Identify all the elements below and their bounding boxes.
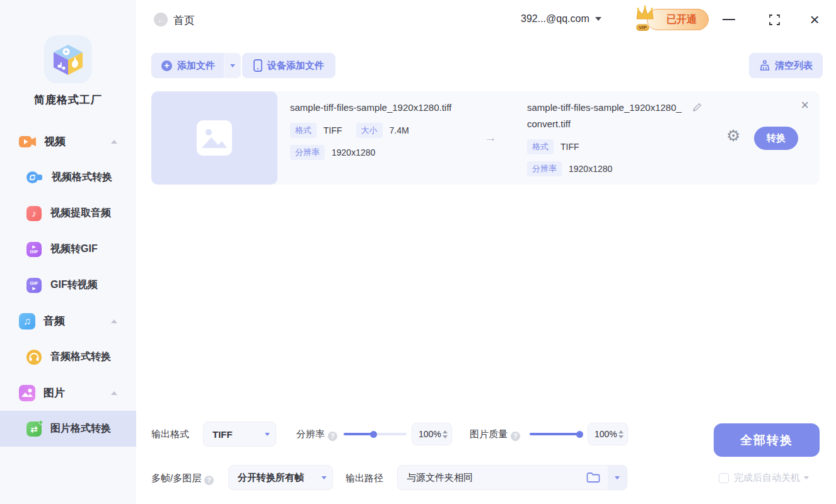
video-icon [19,135,36,148]
resolution-percent-value: 100% [412,429,441,439]
add-files-button[interactable]: + 添加文件 [151,53,224,78]
row-convert-button[interactable]: 转换 [754,127,798,150]
resolution-slider[interactable] [344,433,407,435]
back-arrow-icon: ← [157,15,165,25]
maximize-icon [769,14,780,25]
video-to-gif-icon: ▶GIF [26,242,42,257]
output-format-select[interactable]: TIFF [203,421,276,447]
sidebar-item-label: 视频格式转换 [52,171,112,184]
multiframe-select[interactable]: 分开转换所有帧 [228,465,333,490]
chevron-down-icon [322,476,327,479]
sidebar-item-video-to-gif[interactable]: ▶GIF 视频转GIF [0,231,136,267]
sidebar-item-label: 图片格式转换 [50,422,111,435]
chevron-down-icon [230,64,235,67]
quality-percent-value: 100% [588,429,617,439]
vip-badge[interactable]: 已开通 VIP [634,7,709,31]
sidebar-group-label: 视频 [44,134,66,149]
sidebar-item-video-convert[interactable]: 视频格式转换 [0,159,136,195]
chevron-down-icon [615,476,620,479]
row-settings-gear-icon[interactable]: ⚙ [726,128,740,144]
audio-convert-icon [26,350,42,365]
output-file-info: sample-tiff-files-sample_1920x1280_conve… [527,100,685,176]
sidebar-item-audio-convert[interactable]: 音频格式转换 [0,339,136,375]
shutdown-checkbox[interactable] [719,473,729,483]
sidebar-group-image[interactable]: 图片 [0,375,136,411]
account-email: 392...@qq.com [521,13,589,25]
source-file-name: sample-tiff-files-sample_1920x1280.tiff [290,100,464,116]
phone-icon [253,59,262,72]
resolution-percent-input[interactable]: 100% [412,423,452,445]
sidebar-item-gif-to-video[interactable]: GIF▶ GIF转视频 [0,267,136,303]
add-from-device-button[interactable]: 设备添加文件 [242,53,335,78]
image-icon [19,385,35,401]
audio-icon: ♫ [19,313,35,329]
topbar: ← 首页 392...@qq.com 已开通 VIP × [136,0,836,39]
resolution-tag: 分辨率 [527,161,562,176]
app-title: 简鹿格式工厂 [0,93,136,107]
image-placeholder-icon [197,120,232,156]
back-button[interactable]: ← [154,13,168,26]
chevron-down-icon [595,17,601,21]
add-files-label: 添加文件 [177,60,215,72]
collapse-caret-icon[interactable] [111,140,117,144]
help-icon[interactable]: ? [204,476,214,485]
remove-row-icon[interactable]: × [801,98,809,112]
vip-tag: VIP [636,23,650,32]
slider-handle[interactable] [370,431,377,438]
shutdown-after-toggle[interactable]: 完成后自动关机 [719,472,809,484]
resolution-value: 1920x1280 [332,147,375,158]
sidebar: 简鹿格式工厂 视频 视频格式转换 ♪ 视频提取音频 ▶GIF 视 [0,0,136,504]
sidebar-item-label: GIF转视频 [50,278,98,292]
collapse-caret-icon[interactable] [111,319,117,323]
slider-handle[interactable] [576,431,583,438]
sidebar-group-video[interactable]: 视频 [0,123,136,159]
resolution-label: 分辨率? [296,428,337,441]
sidebar-item-label: 视频提取音频 [50,207,111,220]
app-logo-block: 简鹿格式工厂 [0,0,136,107]
help-icon[interactable]: ? [511,432,520,441]
maximize-button[interactable] [762,0,787,39]
sidebar-item-video-extract-audio[interactable]: ♪ 视频提取音频 [0,195,136,231]
gif-to-video-icon: GIF▶ [26,278,42,293]
output-path-field[interactable]: 与源文件夹相同 [397,465,627,490]
help-icon[interactable]: ? [328,432,337,441]
sidebar-item-label: 音频格式转换 [50,350,111,364]
shutdown-label: 完成后自动关机 [734,472,800,484]
step-down-icon[interactable] [618,435,624,438]
quality-slider[interactable] [530,433,580,435]
step-up-icon[interactable] [443,430,448,433]
folder-icon[interactable] [586,472,608,483]
sidebar-group-audio[interactable]: ♫ 音频 [0,303,136,339]
close-icon: × [810,11,819,28]
minimize-button[interactable] [716,0,741,39]
chevron-down-icon [804,476,809,479]
account-menu[interactable]: 392...@qq.com [521,13,601,25]
app-logo-icon [44,35,92,83]
format-tag: 格式 [290,123,316,138]
sidebar-group-label: 音频 [44,314,65,328]
close-button[interactable]: × [802,0,827,39]
multiframe-value: 分开转换所有帧 [229,472,316,484]
step-down-icon[interactable] [443,435,448,438]
sidebar-group-label: 图片 [44,386,65,400]
add-files-dropdown-button[interactable] [224,53,241,78]
output-path-value: 与源文件夹相同 [398,472,586,484]
format-value: TIFF [323,125,342,135]
arrow-right-icon: → [484,130,497,145]
convert-all-button[interactable]: 全部转换 [714,423,820,457]
sidebar-nav: 视频 视频格式转换 ♪ 视频提取音频 ▶GIF 视频转GIF GIF▶ GIF转 [0,107,136,447]
clear-list-label: 清空列表 [775,60,813,72]
quality-percent-input[interactable]: 100% [588,423,628,445]
output-path-dropdown-button[interactable] [608,465,627,490]
step-up-icon[interactable] [618,430,624,433]
page-title: 首页 [173,13,195,28]
collapse-caret-icon[interactable] [111,391,117,395]
video-extract-audio-icon: ♪ [26,206,42,221]
clear-list-button[interactable]: 清空列表 [749,53,823,78]
format-tag: 格式 [527,139,554,154]
broom-icon [759,60,770,71]
sidebar-item-image-convert[interactable]: ⇄ 图片格式转换 [0,411,136,447]
output-path-label: 输出路径 [345,472,383,484]
edit-name-icon[interactable] [692,102,702,115]
multiframe-label: 多帧/多图层? [151,472,214,485]
